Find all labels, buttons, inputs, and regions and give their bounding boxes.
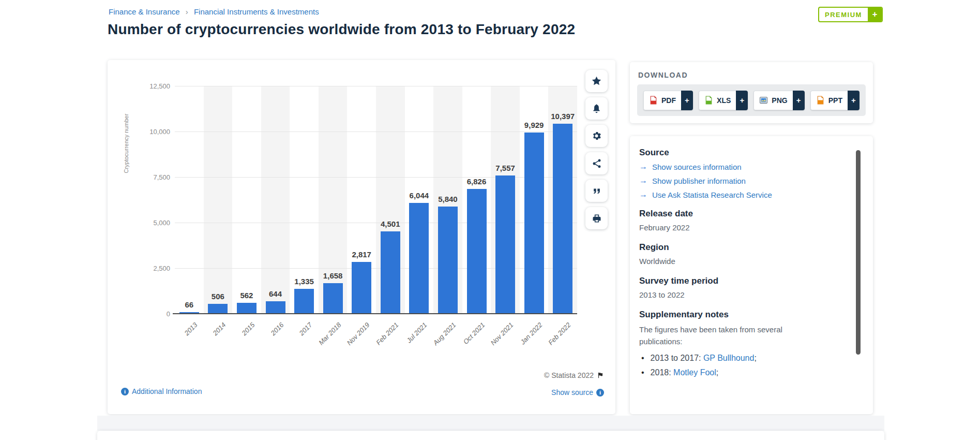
page-title: Number of cryptocurrencies worldwide fro… (108, 21, 575, 38)
bar-nov-2019[interactable] (352, 262, 371, 313)
gear-button[interactable] (585, 125, 608, 147)
download-format-label: PDF (661, 96, 676, 105)
bullet-source-link[interactable]: GP Bullhound (703, 354, 754, 362)
notes-bullet-list: •2013 to 2017: GP Bullhound;•2018: Motle… (639, 354, 862, 377)
download-format-label: XLS (717, 96, 731, 105)
print-icon (592, 213, 602, 224)
notes-bullet-item: •2018: Motley Fool; (641, 368, 862, 377)
download-format-label: PPT (828, 96, 842, 105)
bullet-source-link[interactable]: Motley Fool (673, 368, 716, 377)
star-button[interactable] (585, 70, 608, 92)
gridline (175, 223, 577, 223)
bar-jan-2022[interactable] (524, 133, 544, 314)
bar-chart-plot: 02,5005,0007,50010,00012,500662013506201… (175, 86, 577, 314)
bar-value-label: 1,335 (294, 277, 314, 286)
x-axis-tick-label: Oct 2021 (461, 321, 486, 346)
breadcrumb-link-instruments[interactable]: Financial Instruments & Investments (194, 7, 319, 16)
source-link[interactable]: →Show publisher information (639, 176, 862, 185)
share-button[interactable] (585, 152, 608, 174)
y-axis-tick-label: 12,500 (149, 82, 170, 90)
copyright-notice: © Statista 2022 (544, 371, 604, 379)
bar-nov-2021[interactable] (495, 175, 515, 313)
section-gap (97, 416, 884, 431)
show-source-link[interactable]: Show source i (551, 388, 604, 397)
quote-icon (592, 186, 602, 196)
flag-icon[interactable] (597, 372, 604, 379)
download-xls-button[interactable]: XLS+ (699, 91, 748, 110)
star-icon (591, 76, 602, 86)
breadcrumb-separator: › (186, 7, 188, 16)
source-link-label: Use Ask Statista Research Service (652, 190, 772, 199)
bullet-text: 2018: Motley Fool; (651, 368, 719, 377)
additional-information-link[interactable]: i Additional Information (121, 387, 202, 395)
bar-2016[interactable] (266, 301, 285, 313)
x-axis-line (173, 313, 577, 314)
bar-2014[interactable] (208, 304, 228, 313)
scrollbar-thumb[interactable] (856, 150, 861, 355)
x-axis-tick-label: 2014 (212, 321, 228, 337)
xls-file-icon (704, 96, 713, 105)
arrow-right-icon: → (639, 176, 647, 185)
plus-icon: + (793, 91, 805, 110)
bar-feb-2021[interactable] (381, 231, 400, 313)
x-axis-tick-label: 2015 (240, 321, 256, 337)
bar-value-label: 7,557 (495, 164, 515, 172)
show-source-label: Show source (551, 388, 593, 397)
survey-period-value: 2013 to 2022 (639, 290, 862, 299)
bar-jul-2021[interactable] (409, 203, 429, 313)
png-file-icon (759, 96, 768, 105)
download-ppt-button[interactable]: PPT+ (810, 91, 860, 110)
x-axis-tick-label: Feb 2022 (547, 321, 572, 346)
bell-button[interactable] (585, 97, 608, 120)
bar-2015[interactable] (237, 303, 257, 313)
bar-value-label: 2,817 (352, 250, 371, 259)
source-heading: Source (639, 148, 862, 158)
breadcrumb-link-finance[interactable]: Finance & Insurance (109, 7, 180, 16)
download-pdf-button[interactable]: PDF+ (643, 91, 693, 110)
bar-value-label: 4,501 (381, 219, 400, 228)
gridline (175, 131, 577, 132)
premium-label: PREMIUM (819, 8, 868, 21)
bar-2017[interactable] (294, 289, 314, 313)
source-details-card: Source →Show sources information→Show pu… (630, 136, 873, 414)
download-heading: DOWNLOAD (638, 71, 688, 79)
bar-mar-2018[interactable] (323, 283, 343, 313)
info-icon: i (596, 389, 604, 397)
next-section-card (97, 431, 884, 440)
x-axis-tick-label: Feb 2021 (374, 321, 400, 346)
arrow-right-icon: → (639, 162, 647, 171)
bar-oct-2021[interactable] (467, 189, 487, 313)
bar-value-label: 9,929 (524, 121, 544, 129)
y-axis-tick-label: 5,000 (153, 219, 170, 227)
y-axis-tick-label: 7,500 (153, 173, 170, 181)
download-png-button[interactable]: PNG+ (753, 91, 804, 110)
source-link[interactable]: →Use Ask Statista Research Service (639, 190, 862, 199)
source-link[interactable]: →Show sources information (639, 162, 862, 171)
source-links: →Show sources information→Show publisher… (639, 162, 862, 199)
bar-value-label: 10,397 (551, 112, 575, 121)
source-link-label: Show publisher information (652, 177, 746, 185)
bar-aug-2021[interactable] (438, 207, 458, 313)
quote-button[interactable] (585, 180, 608, 202)
x-axis-tick-label: Aug 2021 (432, 321, 458, 347)
premium-badge[interactable]: PREMIUM + (818, 7, 883, 22)
info-icon: i (121, 388, 129, 395)
bar-value-label: 66 (185, 300, 193, 309)
region-value: Worldwide (639, 257, 862, 266)
y-axis-title: Cryptocurrency number (123, 114, 129, 173)
x-axis-tick-label: Nov 2019 (345, 321, 371, 347)
plot-band (204, 86, 233, 314)
x-axis-tick-label: 2013 (183, 321, 199, 337)
breadcrumb: Finance & Insurance › Financial Instrume… (109, 7, 319, 16)
x-axis-tick-label: 2017 (298, 321, 314, 337)
bar-value-label: 5,840 (438, 195, 458, 203)
plus-icon: + (736, 91, 748, 110)
bullet-icon: • (641, 354, 644, 363)
bell-icon (591, 103, 602, 114)
copyright-text: © Statista 2022 (544, 371, 594, 379)
print-button[interactable] (585, 207, 608, 229)
plus-icon: + (681, 91, 693, 110)
bar-feb-2022[interactable] (553, 124, 572, 313)
x-axis-tick-label: Nov 2021 (489, 321, 515, 347)
bullet-text: 2013 to 2017: GP Bullhound; (651, 354, 757, 363)
